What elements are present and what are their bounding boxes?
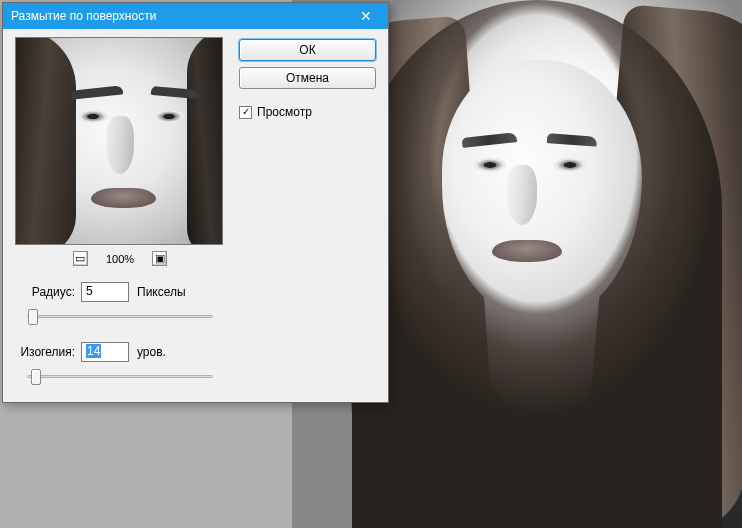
- dialog-title: Размытие по поверхности: [11, 9, 346, 23]
- preview-hair: [15, 37, 76, 245]
- surface-blur-dialog: Размытие по поверхности ✕ ▭ 100%: [2, 2, 389, 403]
- preview-eye: [78, 110, 108, 123]
- slider-track: [27, 375, 213, 378]
- portrait-hair-overlay: [352, 0, 722, 528]
- preview-checkbox-label: Просмотр: [257, 105, 312, 119]
- plus-icon: ▣: [155, 253, 165, 264]
- threshold-unit: уров.: [137, 345, 166, 359]
- dialog-body: ▭ 100% ▣ Радиус: 5 Пикселы Изогелия:: [3, 29, 388, 402]
- radius-row: Радиус: 5 Пикселы: [15, 282, 225, 302]
- zoom-in-button[interactable]: ▣: [152, 251, 167, 266]
- preview-eye: [154, 110, 184, 123]
- zoom-out-button[interactable]: ▭: [73, 251, 88, 266]
- preview-thumbnail[interactable]: [15, 37, 223, 245]
- zoom-controls: ▭ 100% ▣: [15, 251, 225, 266]
- threshold-input[interactable]: 14: [81, 342, 129, 362]
- close-button[interactable]: ✕: [346, 4, 386, 28]
- preview-hair: [187, 37, 223, 245]
- preview-checkbox[interactable]: ✓: [239, 106, 252, 119]
- zoom-value: 100%: [106, 253, 134, 265]
- preview-nose: [106, 116, 134, 174]
- threshold-label: Изогелия:: [15, 345, 75, 359]
- dialog-left-column: ▭ 100% ▣ Радиус: 5 Пикселы Изогелия:: [15, 37, 225, 386]
- threshold-slider[interactable]: [27, 368, 213, 386]
- preview-checkbox-row: ✓ Просмотр: [239, 105, 376, 119]
- close-icon: ✕: [360, 8, 372, 24]
- radius-unit: Пикселы: [137, 285, 186, 299]
- check-icon: ✓: [242, 107, 250, 117]
- dialog-right-column: ОК Отмена ✓ Просмотр: [239, 37, 376, 386]
- threshold-value: 14: [86, 344, 101, 358]
- radius-slider-thumb[interactable]: [28, 309, 38, 325]
- dialog-titlebar[interactable]: Размытие по поверхности ✕: [3, 3, 388, 29]
- ok-button[interactable]: ОК: [239, 39, 376, 61]
- radius-value: 5: [86, 284, 93, 298]
- cancel-button[interactable]: Отмена: [239, 67, 376, 89]
- radius-label: Радиус:: [15, 285, 75, 299]
- threshold-slider-thumb[interactable]: [31, 369, 41, 385]
- preview-lips: [91, 188, 156, 208]
- radius-input[interactable]: 5: [81, 282, 129, 302]
- minus-icon: ▭: [75, 253, 85, 264]
- threshold-row: Изогелия: 14 уров.: [15, 342, 225, 362]
- radius-slider[interactable]: [27, 308, 213, 326]
- slider-track: [27, 315, 213, 318]
